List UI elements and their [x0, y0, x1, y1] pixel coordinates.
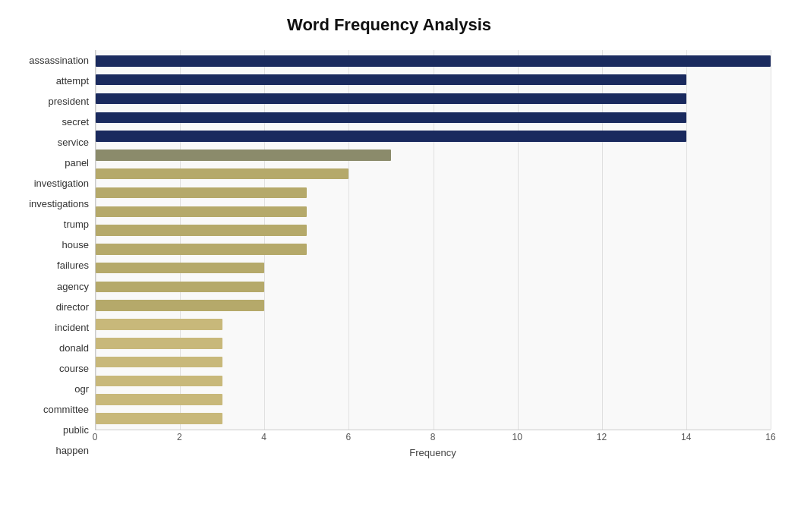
- bar-row: [96, 71, 771, 90]
- bar: [96, 394, 222, 405]
- x-tick: 16: [765, 432, 775, 442]
- x-tick: 10: [512, 432, 522, 442]
- x-tick: 0: [93, 432, 98, 442]
- y-label: incident: [55, 317, 89, 337]
- x-axis: 0246810121416 Frequency: [95, 430, 771, 461]
- bar-row: [96, 315, 771, 334]
- bar-row: [96, 221, 771, 240]
- bar: [96, 74, 686, 86]
- bar-row: [96, 296, 771, 315]
- bar-row: [96, 409, 771, 428]
- bar-row: [96, 127, 771, 146]
- grid-line: [771, 50, 771, 430]
- bar-row: [96, 52, 771, 71]
- bar-row: [96, 165, 771, 184]
- y-axis: assassinationattemptpresidentsecretservi…: [8, 50, 95, 461]
- bar: [96, 206, 307, 218]
- bar: [96, 282, 264, 293]
- bar-row: [96, 184, 771, 203]
- bar: [96, 300, 264, 311]
- x-tick: 2: [177, 432, 182, 442]
- bar-row: [96, 90, 771, 109]
- bars-area: [95, 50, 771, 430]
- bar-row: [96, 108, 771, 127]
- y-label: course: [59, 358, 89, 378]
- x-tick: 8: [430, 432, 436, 442]
- bar: [96, 357, 222, 368]
- y-label: investigation: [34, 174, 89, 194]
- y-label: happen: [56, 441, 89, 461]
- bar-row: [96, 390, 771, 409]
- y-label: agency: [57, 276, 89, 296]
- y-label: donald: [59, 338, 89, 357]
- y-label: committee: [43, 400, 89, 420]
- y-label: house: [62, 235, 89, 255]
- bar: [96, 225, 307, 236]
- chart-area: assassinationattemptpresidentsecretservi…: [8, 50, 771, 461]
- bar-row: [96, 146, 771, 165]
- y-label: assassination: [29, 50, 89, 70]
- bar-row: [96, 334, 771, 353]
- y-label: attempt: [56, 71, 89, 90]
- x-tick: 6: [345, 432, 351, 442]
- bar-row: [96, 278, 771, 297]
- bar: [96, 150, 391, 161]
- bar: [96, 55, 771, 67]
- x-tick: 4: [261, 432, 266, 442]
- y-label: president: [49, 91, 89, 111]
- bar: [96, 187, 307, 199]
- x-tick: 12: [597, 432, 607, 442]
- bar: [96, 376, 222, 387]
- bar: [96, 131, 686, 142]
- bar: [96, 93, 686, 105]
- bar-row: [96, 372, 771, 391]
- x-axis-label: Frequency: [95, 447, 771, 458]
- y-label: investigations: [29, 194, 89, 214]
- y-label: director: [56, 297, 89, 316]
- chart-container: Word Frequency Analysis assassinationatt…: [0, 0, 801, 532]
- y-label: trump: [64, 215, 89, 235]
- y-label: panel: [65, 153, 89, 172]
- bar: [96, 168, 348, 180]
- bar: [96, 338, 222, 349]
- bar-row: [96, 353, 771, 372]
- y-label: secret: [62, 112, 89, 131]
- bar: [96, 263, 264, 274]
- y-label: ogr: [74, 379, 89, 399]
- bar-row: [96, 259, 771, 278]
- bar: [96, 244, 307, 255]
- bar-row: [96, 202, 771, 221]
- x-tick: 14: [681, 432, 691, 442]
- bar: [96, 319, 222, 330]
- y-label: public: [63, 420, 89, 440]
- bar: [96, 112, 686, 124]
- bars-and-xaxis: 0246810121416 Frequency: [95, 50, 771, 461]
- bar-row: [96, 240, 771, 259]
- chart-title: Word Frequency Analysis: [8, 15, 771, 35]
- bar: [96, 413, 222, 424]
- y-label: failures: [57, 256, 89, 275]
- y-label: service: [58, 132, 89, 152]
